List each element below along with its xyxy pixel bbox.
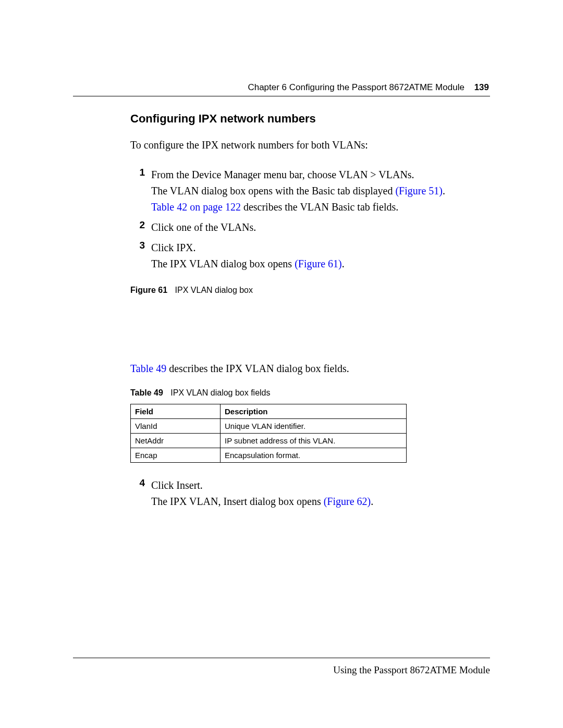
table-link[interactable]: Table 42 on page 122 <box>151 201 241 213</box>
steps-list-continued: 4 Click Insert. The IPX VLAN, Insert dia… <box>130 477 490 510</box>
header-rule <box>73 96 490 96</box>
cell-field: Encap <box>131 448 221 463</box>
step-number: 2 <box>130 219 145 231</box>
step-text: . <box>371 496 373 507</box>
step-body: Click IPX. The IPX VLAN dialog box opens… <box>151 240 345 272</box>
table-caption: Table 49 IPX VLAN dialog box fields <box>130 388 490 398</box>
cell-desc: Unique VLAN identifier. <box>221 419 407 434</box>
section-title: Configuring IPX network numbers <box>130 112 490 126</box>
table-row: Encap Encapsulation format. <box>131 448 407 463</box>
step-text: From the Device Manager menu bar, choose… <box>151 169 414 180</box>
step-text: Click IPX. <box>151 242 196 253</box>
page-number: 139 <box>474 82 489 92</box>
step-3: 3 Click IPX. The IPX VLAN dialog box ope… <box>130 240 490 272</box>
footer-rule <box>73 658 490 658</box>
fields-table: Field Description VlanId Unique VLAN ide… <box>130 404 407 463</box>
step-text: The IPX VLAN, Insert dialog box opens <box>151 496 324 507</box>
figure-link[interactable]: (Figure 61) <box>295 258 342 269</box>
table-title: IPX VLAN dialog box fields <box>170 388 270 397</box>
figure-placeholder <box>73 295 490 363</box>
table-link[interactable]: Table 49 <box>130 363 166 374</box>
table-label: Table 49 <box>130 388 163 397</box>
step-text: . <box>443 185 445 196</box>
col-header-description: Description <box>221 404 407 419</box>
cell-desc: Encapsulation format. <box>221 448 407 463</box>
figure-caption: Figure 61 IPX VLAN dialog box <box>130 286 490 295</box>
step-number: 3 <box>130 240 145 251</box>
table-row: NetAddr IP subnet address of this VLAN. <box>131 434 407 448</box>
section-intro: To configure the IPX network numbers for… <box>130 139 490 151</box>
step-text: The IPX VLAN dialog box opens <box>151 258 295 269</box>
step-text: describes the VLAN Basic tab fields. <box>241 201 398 213</box>
figure-label: Figure 61 <box>130 286 167 294</box>
figure-link[interactable]: (Figure 62) <box>324 496 371 507</box>
step-number: 1 <box>130 167 145 178</box>
step-text: . <box>342 258 345 269</box>
step-body: Click Insert. The IPX VLAN, Insert dialo… <box>151 477 373 510</box>
step-number: 4 <box>130 477 145 489</box>
table-header-row: Field Description <box>131 404 407 419</box>
running-header: Chapter 6 Configuring the Passport 8672A… <box>73 82 490 93</box>
cell-desc: IP subnet address of this VLAN. <box>221 434 407 448</box>
cell-field: NetAddr <box>131 434 221 448</box>
step-4: 4 Click Insert. The IPX VLAN, Insert dia… <box>130 477 490 510</box>
figure-link[interactable]: (Figure 51) <box>395 185 443 196</box>
step-text: Click Insert. <box>151 479 203 491</box>
figure-title: IPX VLAN dialog box <box>175 286 253 294</box>
page: Chapter 6 Configuring the Passport 8672A… <box>0 0 563 510</box>
step-body: From the Device Manager menu bar, choose… <box>151 167 445 215</box>
footer-text: Using the Passport 8672ATME Module <box>73 664 490 676</box>
step-1: 1 From the Device Manager menu bar, choo… <box>130 167 490 215</box>
step-2: 2 Click one of the VLANs. <box>130 219 490 236</box>
chapter-line: Chapter 6 Configuring the Passport 8672A… <box>248 82 464 92</box>
table-row: VlanId Unique VLAN identifier. <box>131 419 407 434</box>
page-footer: Using the Passport 8672ATME Module <box>73 658 490 676</box>
step-text: The VLAN dialog box opens with the Basic… <box>151 185 395 196</box>
col-header-field: Field <box>131 404 221 419</box>
paragraph: Table 49 describes the IPX VLAN dialog b… <box>130 363 490 375</box>
step-text: Click one of the VLANs. <box>151 221 256 233</box>
steps-list: 1 From the Device Manager menu bar, choo… <box>130 167 490 272</box>
cell-field: VlanId <box>131 419 221 434</box>
step-body: Click one of the VLANs. <box>151 219 256 236</box>
paragraph-text: describes the IPX VLAN dialog box fields… <box>166 363 349 374</box>
